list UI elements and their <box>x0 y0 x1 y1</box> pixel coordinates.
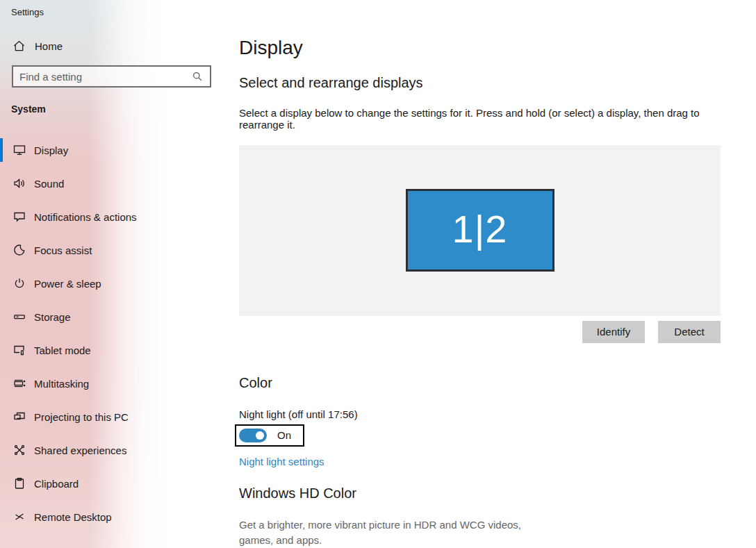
sidebar-item-remote-desktop[interactable]: Remote Desktop <box>0 500 222 533</box>
sidebar-item-label: Projecting to this PC <box>34 411 129 423</box>
sidebar-item-label: Remote Desktop <box>34 511 112 523</box>
tablet-mode-icon <box>13 343 26 357</box>
monitor-rect[interactable]: 1|2 <box>406 189 554 272</box>
sidebar-section-header: System <box>11 103 222 115</box>
sidebar-item-label: Multitasking <box>34 378 89 390</box>
sidebar-item-focus-assist[interactable]: Focus assist <box>0 233 222 267</box>
page-title: Display <box>239 36 721 60</box>
detect-button[interactable]: Detect <box>658 321 721 343</box>
multitasking-icon <box>13 376 26 390</box>
sidebar-item-display[interactable]: Display <box>0 133 222 167</box>
toggle-knob <box>256 431 264 440</box>
remote-desktop-icon <box>13 510 26 524</box>
display-arrangement-canvas: 1|2 <box>239 145 721 316</box>
sidebar-item-label: Home <box>35 40 63 52</box>
identify-button[interactable]: Identify <box>582 321 645 343</box>
shared-experiences-icon <box>13 443 26 457</box>
magnifier-icon[interactable] <box>191 70 204 83</box>
canvas-buttons-row: Identify Detect <box>239 321 721 343</box>
settings-window: Settings Home System <box>0 0 756 548</box>
home-icon <box>13 40 26 53</box>
sidebar-item-label: Tablet mode <box>34 344 91 356</box>
window-title: Settings <box>0 0 222 17</box>
color-heading: Color <box>239 374 721 392</box>
hd-color-heading: Windows HD Color <box>239 484 721 502</box>
night-light-toggle[interactable]: On <box>235 424 304 447</box>
power-icon <box>13 276 26 290</box>
sidebar-item-tablet-mode[interactable]: Tablet mode <box>0 333 222 367</box>
sidebar-item-notifications[interactable]: Notifications & actions <box>0 200 222 233</box>
toggle-state-label: On <box>277 429 291 441</box>
night-light-label: Night light (off until 17:56) <box>239 408 721 420</box>
sidebar-item-projecting[interactable]: Projecting to this PC <box>0 400 222 433</box>
sidebar-item-label: Storage <box>34 311 71 323</box>
sidebar-item-home[interactable]: Home <box>13 38 222 54</box>
sidebar-item-label: Power & sleep <box>34 278 101 290</box>
notifications-icon <box>13 210 26 224</box>
sidebar-item-label: Shared experiences <box>34 445 126 456</box>
sidebar-item-label: Notifications & actions <box>34 211 137 223</box>
main-content: Display Select and rearrange displays Se… <box>222 0 756 548</box>
sidebar-nav: Display Sound Notifications & actio <box>0 133 222 533</box>
sidebar-item-storage[interactable]: Storage <box>0 300 222 333</box>
search-box <box>12 65 211 88</box>
sidebar-item-sound[interactable]: Sound <box>0 167 222 200</box>
night-light-settings-link[interactable]: Night light settings <box>239 456 324 467</box>
sidebar-item-label: Focus assist <box>34 244 92 256</box>
storage-icon <box>13 310 26 324</box>
rearrange-heading: Select and rearrange displays <box>239 74 721 92</box>
display-icon <box>13 143 26 157</box>
monitor-number-label: 1|2 <box>452 210 508 249</box>
sidebar-item-label: Display <box>34 144 68 156</box>
toggle-track[interactable] <box>239 429 267 442</box>
sidebar-item-label: Sound <box>34 178 64 190</box>
clipboard-icon <box>13 476 26 490</box>
rearrange-description: Select a display below to change the set… <box>239 107 721 131</box>
search-input[interactable] <box>13 71 188 83</box>
sidebar-item-power-sleep[interactable]: Power & sleep <box>0 267 222 300</box>
sidebar: Settings Home System <box>0 0 222 548</box>
sound-icon <box>13 176 26 190</box>
sidebar-item-multitasking[interactable]: Multitasking <box>0 367 222 400</box>
sidebar-item-label: Clipboard <box>34 478 79 490</box>
projecting-icon <box>13 410 26 424</box>
hd-color-description: Get a brighter, more vibrant picture in … <box>239 517 548 548</box>
focus-assist-icon <box>13 243 26 257</box>
sidebar-item-clipboard[interactable]: Clipboard <box>0 467 222 500</box>
sidebar-item-shared-experiences[interactable]: Shared experiences <box>0 433 222 467</box>
